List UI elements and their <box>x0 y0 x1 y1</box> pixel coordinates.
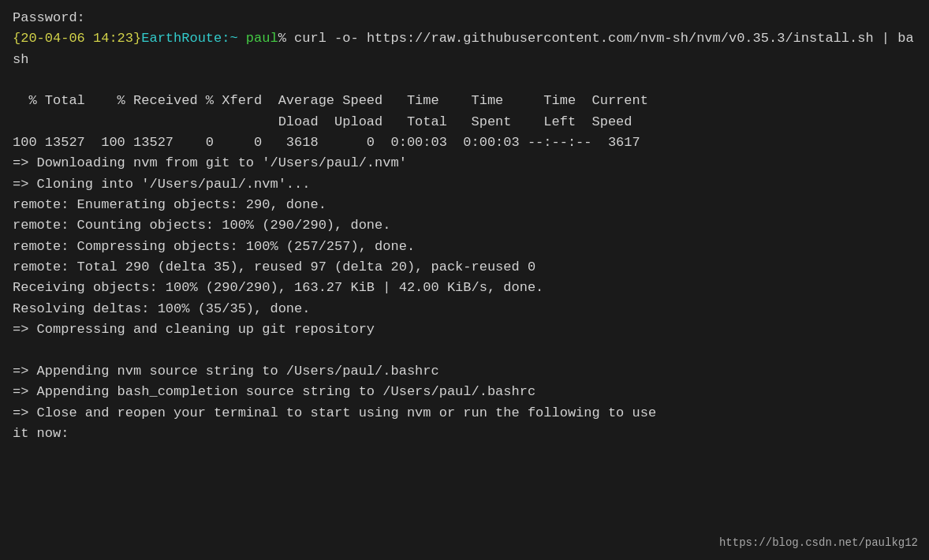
curl-header-1: % Total % Received % Xferd Average Speed… <box>13 91 916 111</box>
password-line: Password: <box>13 8 916 28</box>
receiving-objects-msg: Receiving objects: 100% (290/290), 163.2… <box>13 278 916 298</box>
username: paul <box>246 31 278 46</box>
append-nvm-msg: => Appending nvm source string to /Users… <box>13 361 916 382</box>
enum-objects-msg: remote: Enumerating objects: 290, done. <box>13 195 916 215</box>
compress-cleanup-msg: => Compressing and cleaning up git repos… <box>13 319 916 340</box>
timestamp: {20-04-06 14:23} <box>13 31 141 46</box>
append-completion-msg: => Appending bash_completion source stri… <box>13 382 916 402</box>
url-hint: https://blog.csdn.net/paulkg12 <box>719 535 918 552</box>
total-objects-msg: remote: Total 290 (delta 35), reused 97 … <box>13 257 916 278</box>
terminal-window: Password: {20-04-06 14:23}EarthRoute:~ p… <box>0 0 929 560</box>
hostname: EarthRoute:~ <box>141 31 246 46</box>
curl-data-row: 100 13527 100 13527 0 0 3618 0 0:00:03 0… <box>13 133 916 153</box>
count-objects-msg: remote: Counting objects: 100% (290/290)… <box>13 215 916 236</box>
nvm-download-msg: => Downloading nvm from git to '/Users/p… <box>13 153 916 174</box>
blank-line-2 <box>13 341 916 361</box>
close-reopen-msg: => Close and reopen your terminal to sta… <box>13 403 916 424</box>
blank-line-1 <box>13 70 916 91</box>
it-now-msg: it now: <box>13 424 916 444</box>
compress-objects-msg: remote: Compressing objects: 100% (257/2… <box>13 237 916 257</box>
prompt-line: {20-04-06 14:23}EarthRoute:~ paul% curl … <box>13 28 916 70</box>
resolving-deltas-msg: Resolving deltas: 100% (35/35), done. <box>13 299 916 319</box>
curl-header-2: Dload Upload Total Spent Left Speed <box>13 112 916 133</box>
cloning-msg: => Cloning into '/Users/paul/.nvm'... <box>13 174 916 195</box>
